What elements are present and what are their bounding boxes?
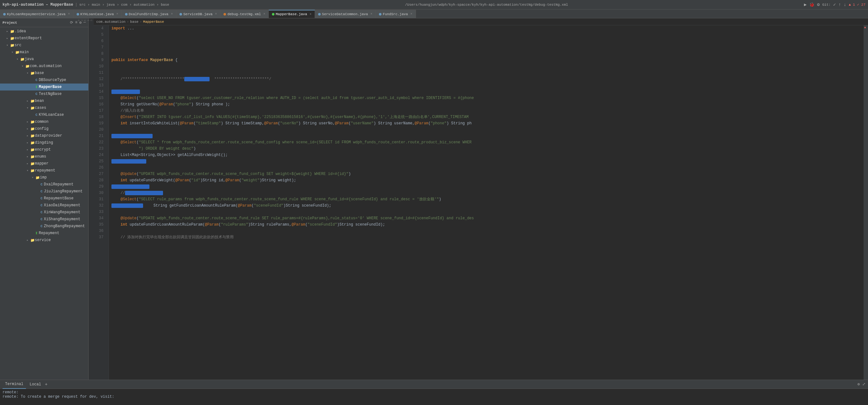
tree-arrow-icon: ▸ <box>6 36 10 40</box>
tab-close-icon[interactable]: × <box>215 12 217 16</box>
sidebar-item-xishangrepayment[interactable]: CXiShangRepayment <box>0 216 88 223</box>
tab-close-icon[interactable]: × <box>116 12 118 16</box>
code-token: ( <box>136 114 138 120</box>
sidebar-item-xinwangrepayment[interactable]: CXinWangRepayment <box>0 209 88 216</box>
terminal-tab[interactable]: Terminal <box>3 380 26 389</box>
code-token: interface <box>127 57 148 63</box>
git-label: Git: <box>823 3 831 7</box>
code-token: ) String timeStamp, <box>221 120 264 127</box>
sidebar-item-bean[interactable]: ▸📁bean <box>0 97 88 104</box>
code-token: @Update <box>112 171 136 177</box>
tab-MapperBase-java[interactable]: MapperBase.java× <box>269 10 315 18</box>
git-push-icon[interactable]: ↑ <box>838 2 841 7</box>
sidebar-item-imp[interactable]: ▾📁imp <box>0 174 88 181</box>
code-token: String getFundSrcLoanAmountRuleParam( <box>144 203 238 209</box>
tree-arrow-icon: ▾ <box>6 43 10 47</box>
code-token: ) String ph <box>447 120 472 127</box>
sidebar-item-cases[interactable]: ▾📁cases <box>0 104 88 111</box>
tab-close-icon[interactable]: × <box>264 12 265 16</box>
tree-file-icon: 📁 <box>10 43 14 47</box>
tree-item-label: service <box>35 238 51 242</box>
code-token: insertIntoGzWhiteList( <box>127 120 180 127</box>
tab-close-icon[interactable]: × <box>370 12 372 16</box>
tree-item-label: TestNgBase <box>39 92 62 96</box>
line-number: 5 <box>94 32 106 38</box>
sidebar-item-repayment[interactable]: IRepayment <box>0 230 88 237</box>
terminal-add-icon[interactable]: + <box>45 382 48 387</box>
sidebar-item-config[interactable]: ▸📁config <box>0 125 88 132</box>
sidebar-item-dingding[interactable]: ▸📁dingding <box>0 139 88 146</box>
tab-label: MapperBase.java <box>276 12 307 16</box>
terminal-settings-icon[interactable]: ⚙ <box>858 382 860 386</box>
tab-KyhLoanRepaymentService-java[interactable]: KyhLoanRepaymentService.java× <box>0 10 73 18</box>
terminal-maximize-icon[interactable]: ⤢ <box>862 382 865 386</box>
sidebar-item-extentreport[interactable]: ▸📁extentReport <box>0 35 88 42</box>
sidebar-item-encrypt[interactable]: ▸📁encrypt <box>0 146 88 153</box>
code-line <box>109 133 864 139</box>
sidebar-item--idea[interactable]: ▸📁.idea <box>0 28 88 35</box>
code-line: import ... <box>109 25 864 32</box>
code-token: @Update <box>112 215 136 222</box>
sidebar-item-xiaodairepayment[interactable]: CXiaoDaiRepayment <box>0 202 88 209</box>
code-token: ) <box>439 196 441 203</box>
tree-item-label: XinWangRepayment <box>44 210 81 214</box>
code-token: @Param <box>238 203 251 209</box>
code-token: updateFundSrcLoanAmountRuleParam( <box>127 222 205 228</box>
tab-FundSrc-java[interactable]: FundSrc.java× <box>376 10 416 18</box>
sidebar-item-main[interactable]: ▾📁main <box>0 49 88 56</box>
tree-item-label: RepaymentBase <box>44 196 74 201</box>
sidebar-item-jiujiangrepayment[interactable]: CJiuJiangRepayment <box>0 188 88 195</box>
tree-arrow-icon: ▾ <box>27 106 30 110</box>
code-token: //插入白名单 <box>112 108 144 114</box>
tab-ServiceDataCommon-java[interactable]: ServiceDataCommon.java× <box>315 10 376 18</box>
sidebar-item-enums[interactable]: ▸📁enums <box>0 153 88 160</box>
tree-item-label: com.automation <box>30 64 62 68</box>
code-token: "SELECT rule_params from wdph_funds_rout… <box>138 196 439 203</box>
sidebar-item-mapperbase[interactable]: IMapperBase <box>0 83 88 91</box>
sidebar-item-com-automation[interactable]: ▾📁com.automation <box>0 63 88 70</box>
tab-close-icon[interactable]: × <box>410 12 412 16</box>
code-content[interactable]: import ...public interface MapperBase { … <box>109 25 864 380</box>
sidebar-item-zhongbangrepayment[interactable]: CZhongBangRepayment <box>0 223 88 230</box>
run-icon[interactable]: ▶ <box>804 2 807 7</box>
code-token <box>148 57 150 63</box>
sidebar-item-dxalrepayment[interactable]: CDxalRepayment <box>0 181 88 188</box>
code-token: "select USER_NO FROM tguser.user_custome… <box>138 95 474 101</box>
sidebar-item-java[interactable]: ▾📁java <box>0 56 88 63</box>
sidebar-item-dataprovider[interactable]: ▸📁dataprovider <box>0 132 88 139</box>
tab-close-icon[interactable]: × <box>171 12 173 16</box>
code-scroll-area[interactable]: 4567891011121314151617181920212223242526… <box>94 25 868 380</box>
build-icon[interactable]: ⚙ <box>817 2 819 7</box>
sidebar-item-src[interactable]: ▾📁src <box>0 42 88 49</box>
tab-close-icon[interactable]: × <box>310 13 311 16</box>
sidebar-item-base[interactable]: ▾📁base <box>0 70 88 76</box>
tab-close-icon[interactable]: × <box>68 12 70 16</box>
sidebar-item-kyhloancase[interactable]: CKYHLoanCase <box>0 111 88 119</box>
tab-KYHLoanCase-java[interactable]: KYHLoanCase.java× <box>73 10 122 18</box>
sync-icon[interactable]: ⟳ <box>70 20 73 25</box>
line-number: 24 <box>94 152 106 158</box>
tab-debug-testNg-xml[interactable]: debug-testNg.xml× <box>220 10 269 18</box>
line-number: 10 <box>94 63 106 70</box>
line-number: 17 <box>94 108 106 114</box>
sidebar-item-dbsourcetype[interactable]: CDBSourceType <box>0 76 88 83</box>
tab-DxalFundSrcImp-java[interactable]: DxalFundSrcImp.java× <box>122 10 176 18</box>
highlight-bar <box>112 90 140 94</box>
git-pull-icon[interactable]: ↓ <box>844 2 846 7</box>
tree-item-label: XiShangRepayment <box>44 217 81 222</box>
sidebar-item-repaymentbase[interactable]: CRepaymentBase <box>0 195 88 202</box>
sidebar-item-repayment[interactable]: ▾📁repayment <box>0 167 88 174</box>
git-check-icon[interactable]: ✓ <box>833 2 836 7</box>
line-number: 13 <box>94 82 106 89</box>
sidebar-item-service[interactable]: ▸📁service <box>0 237 88 244</box>
debug-icon[interactable]: 🐞 <box>809 2 814 7</box>
sidebar-item-testngbase[interactable]: CTestNgBase <box>0 91 88 97</box>
code-token: "phone" <box>431 120 446 127</box>
code-token: ( <box>136 95 138 101</box>
tree-item-label: MapperBase <box>39 85 62 89</box>
tab-bar: KyhLoanRepaymentService.java×KYHLoanCase… <box>0 9 868 19</box>
sidebar-item-common[interactable]: ▸📁common <box>0 119 88 125</box>
tab-ServiceDB-java[interactable]: ServiceDB.java× <box>176 10 220 18</box>
sidebar-item-mapper[interactable]: ▸📁mapper <box>0 160 88 167</box>
line-number: 16 <box>94 101 106 108</box>
